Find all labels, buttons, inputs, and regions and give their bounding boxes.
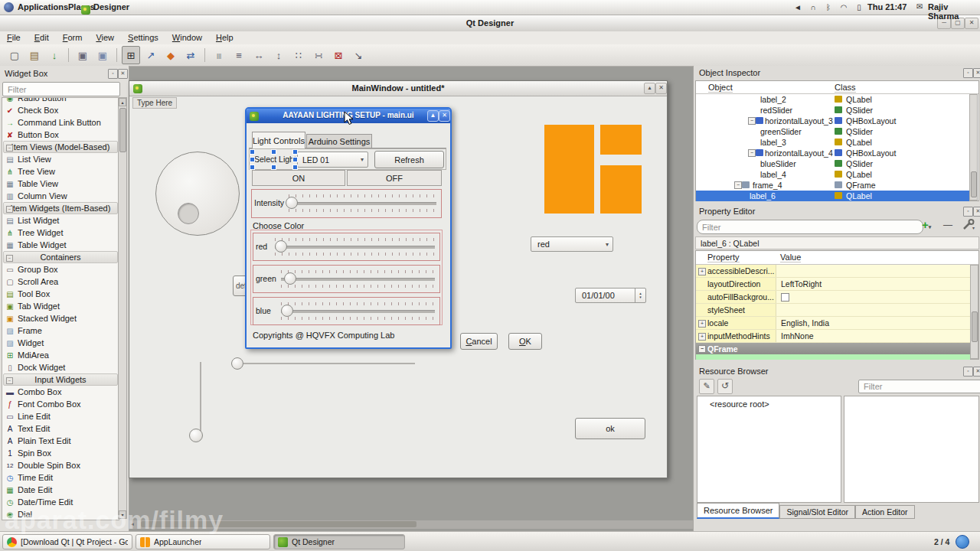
inspector-row-horizontalLayout_3[interactable]: −horizontalLayout_3QHBoxLayout <box>696 116 969 126</box>
collapse-icon[interactable]: − <box>734 181 742 189</box>
date-edit[interactable]: 01/01/00 ▴▾ <box>575 288 646 303</box>
collapse-icon[interactable]: − <box>6 145 13 152</box>
property-row-accessibleDescri[interactable]: +accessibleDescri... <box>696 265 970 278</box>
widget-item-widget[interactable]: ▨Widget <box>2 337 119 349</box>
close-panel-icon[interactable]: ✕ <box>973 367 980 377</box>
property-row-layoutDirection[interactable]: layoutDirectionLeftToRight <box>696 278 970 291</box>
float-panel-icon[interactable]: ▫ <box>108 69 118 79</box>
reload-resources-icon[interactable]: ↺ <box>717 379 733 394</box>
widget-item-mdiarea[interactable]: ⊞MdiArea <box>2 349 119 361</box>
selection-handle[interactable] <box>250 157 255 162</box>
widget-item-time-edit[interactable]: ◷Time Edit <box>2 471 119 484</box>
widget-item-check-box[interactable]: ✔Check Box <box>2 104 119 116</box>
resource-filter-input[interactable]: Filter <box>858 380 980 393</box>
remove-property-icon[interactable]: — <box>943 220 952 230</box>
spin-buttons[interactable]: ▴▾ <box>635 289 645 302</box>
selection-handle[interactable] <box>292 149 298 155</box>
on-button[interactable]: ON <box>252 170 345 186</box>
widget-item-table-view[interactable]: ▦Table View <box>2 178 119 190</box>
collapse-icon[interactable]: − <box>748 117 756 125</box>
property-section-qframe[interactable]: −QFrame <box>696 343 970 354</box>
widget-item-combo-box[interactable]: ▬Combo Box <box>2 386 119 398</box>
task-applauncher[interactable]: AppLauncher <box>136 534 270 549</box>
selection-handle[interactable] <box>271 165 276 170</box>
shade-icon[interactable]: ▲ <box>427 110 439 122</box>
expand-icon[interactable]: + <box>698 320 706 328</box>
widget-section-input-widgets[interactable]: −Input Widgets <box>3 373 118 386</box>
open-form-icon[interactable]: ▤ <box>25 46 44 64</box>
widget-item-dial[interactable]: ◉Dial <box>2 508 119 520</box>
column-class[interactable]: Class <box>835 83 856 93</box>
menu-file[interactable]: File <box>0 31 28 44</box>
adjust-size-icon[interactable]: ↘ <box>349 46 368 64</box>
save-form-icon[interactable]: ↓ <box>45 46 64 64</box>
layout-horizontal-icon[interactable]: ||| <box>210 46 228 64</box>
dial-widget[interactable] <box>155 152 240 236</box>
widget-item-font-combo-box[interactable]: ƒFont Combo Box <box>2 398 119 410</box>
widget-item-date-edit[interactable]: ▦Date Edit <box>2 484 119 496</box>
widget-section-containers[interactable]: −Containers <box>3 251 118 263</box>
horizontal-slider-handle[interactable] <box>231 357 243 370</box>
float-panel-icon[interactable]: ▫ <box>963 68 973 78</box>
inspector-row-greenSlider[interactable]: greenSliderQSlider <box>696 126 969 137</box>
widget-list-scrollbar[interactable]: ▴ ▾ <box>118 97 127 519</box>
collapse-icon[interactable]: − <box>698 345 706 353</box>
menu-settings[interactable]: Settings <box>121 31 165 44</box>
form-layout-icon[interactable]: ∺ <box>309 46 328 64</box>
inspector-row-label_6[interactable]: label_6QLabel <box>696 191 969 201</box>
refresh-button[interactable]: Refresh <box>374 151 444 168</box>
widget-item-stacked-widget[interactable]: ▣Stacked Widget <box>2 312 119 324</box>
property-row-locale[interactable]: +localeEnglish, India <box>696 317 970 330</box>
green-slider-handle[interactable] <box>284 272 296 285</box>
task--download-qt-qt-proj[interactable]: [Download Qt | Qt Project - Go... <box>2 534 132 549</box>
task-qt-designer[interactable]: Qt Designer <box>273 534 405 549</box>
battery-icon[interactable]: ▯ <box>854 3 864 11</box>
grid-layout-icon[interactable]: ∷ <box>289 46 308 64</box>
widget-item-table-widget[interactable]: ▦Table Widget <box>2 239 119 251</box>
widget-item-double-spin-box[interactable]: 12Double Spin Box <box>2 459 119 471</box>
break-layout-icon[interactable]: ⊠ <box>329 46 348 64</box>
close-panel-icon[interactable]: ✕ <box>973 207 980 217</box>
widget-item-list-widget[interactable]: ▤List Widget <box>2 214 119 227</box>
widget-item-line-edit[interactable]: ▭Line Edit <box>2 410 119 422</box>
widget-item-button-box[interactable]: ✘Button Box <box>2 129 119 141</box>
close-icon[interactable] <box>655 83 667 94</box>
menu-form[interactable]: Form <box>56 31 90 44</box>
edit-signals-slots-icon[interactable]: ↗ <box>142 46 160 64</box>
close-panel-icon[interactable]: ✕ <box>118 69 128 79</box>
red-slider-handle[interactable] <box>275 240 287 253</box>
dial-knob[interactable] <box>178 203 199 224</box>
collapse-icon[interactable]: − <box>6 255 13 262</box>
close-panel-icon[interactable]: ✕ <box>973 68 980 78</box>
expand-icon[interactable]: + <box>698 268 706 276</box>
add-property-icon[interactable]: +▾ <box>922 218 931 231</box>
edit-widgets-icon[interactable]: ⊞ <box>122 46 140 64</box>
object-inspector-scrollbar[interactable] <box>969 94 978 201</box>
bluetooth-icon[interactable]: ᛒ <box>824 3 833 11</box>
widget-item-tree-widget[interactable]: ⋔Tree Widget <box>2 227 119 239</box>
edit-resources-icon[interactable]: ✎ <box>699 379 714 394</box>
inspector-row-frame_4[interactable]: −frame_4QFrame <box>696 180 969 191</box>
lighting-dialog[interactable]: AAYAAN LIGHTING SETUP - main.ui ▲ ✕ Ligh… <box>245 107 452 349</box>
inspector-row-redSlider[interactable]: redSliderQSlider <box>696 105 969 116</box>
inspector-row-blueSlider[interactable]: blueSliderQSlider <box>696 158 969 169</box>
edit-buddies-icon[interactable]: ◆ <box>162 46 180 64</box>
ok-button[interactable]: OK <box>508 333 542 350</box>
property-editor-scrollbar[interactable] <box>970 265 978 359</box>
collapse-icon[interactable]: − <box>6 377 13 384</box>
property-row-inputMethodHints[interactable]: +inputMethodHintsImhNone <box>696 330 970 343</box>
widget-item-plain-text-edit[interactable]: APlain Text Edit <box>2 435 119 447</box>
selection-handle[interactable] <box>292 165 298 170</box>
column-value[interactable]: Value <box>780 253 801 262</box>
workspace-pager[interactable]: 2 / 4 <box>934 537 949 546</box>
user-menu[interactable]: Rajiv Sharma <box>928 2 980 21</box>
widget-section-item-views-model-based-[interactable]: −Item Views (Model-Based) <box>3 141 118 153</box>
widget-item-tab-widget[interactable]: ▣Tab Widget <box>2 300 119 312</box>
widget-section-item-widgets-item-based-[interactable]: −Item Widgets (Item-Based) <box>3 202 118 214</box>
selection-handle[interactable] <box>250 149 255 155</box>
vertical-slider-handle[interactable] <box>189 429 203 442</box>
tab-action-editor[interactable]: Action Editor <box>855 505 915 519</box>
widget-item-spin-box[interactable]: 1Spin Box <box>2 447 119 459</box>
menu-type-here[interactable]: Type Here <box>132 97 177 109</box>
widget-item-text-edit[interactable]: AText Edit <box>2 422 119 435</box>
